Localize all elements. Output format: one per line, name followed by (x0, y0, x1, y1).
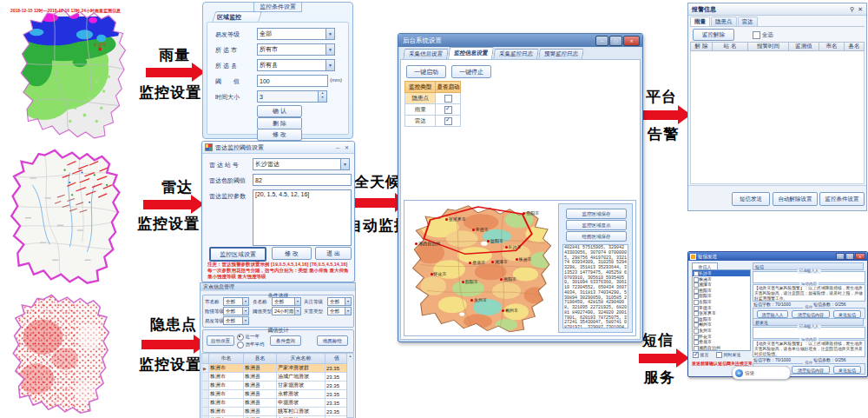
monitor-row-radar[interactable]: 雷达 (405, 116, 461, 127)
sms-content-text[interactable]: 【地质灾害气象风险预警】：以上区域降雨持续，发生地质灾害风险较高，请各单位做好巡… (753, 341, 865, 358)
recipient-item[interactable]: 郴州市 (693, 322, 750, 328)
chevron-down-icon[interactable]: ▼ (326, 60, 334, 70)
time-size-spinner[interactable]: 3 (257, 90, 321, 103)
send-sms-button[interactable]: 发送短信 (833, 310, 861, 318)
show-region-button[interactable]: 监控区域显示 (566, 220, 627, 230)
monitor-area-settings-button[interactable]: 监控区域设置 (209, 247, 266, 262)
monitor-row-rain[interactable]: 雨量 (405, 104, 461, 116)
filter-threshold-type-select[interactable]: 24小时雨量▼ (272, 307, 301, 315)
clear-content-button[interactable]: 清空短信内容 (792, 366, 830, 374)
tab-collect-settings[interactable]: 采集信息设置 (403, 49, 449, 59)
chevron-down-icon[interactable]: ▼ (326, 29, 334, 39)
county-select[interactable]: 所有县 ▼ (257, 59, 335, 71)
close-icon[interactable]: ✕ (858, 6, 863, 13)
close-icon[interactable]: ✕ (623, 36, 640, 46)
monitor-row-hazard[interactable]: 隐患点 (405, 93, 461, 104)
send-sms-button[interactable]: 发送短信 (833, 366, 861, 374)
sms-content-text[interactable]: 【地质灾害气象风险预警】：以上区域降雨持续，发生地质灾害风险较高，请注意防范；如… (753, 285, 865, 302)
minimize-icon[interactable]: ─ (836, 253, 845, 260)
recipient-item[interactable]: 娄底市 (693, 339, 750, 345)
flow-arrow-rain (146, 63, 205, 82)
table-scrollbar[interactable]: ▲ (346, 353, 354, 418)
modify-button[interactable]: 修 改 (272, 247, 312, 260)
release-monitor-button[interactable]: 监控解除 (693, 29, 734, 41)
radio-average[interactable]: 历年平均 (237, 342, 265, 348)
radar-params-textarea[interactable]: [20, 1.5, 4.5, 12, 16] (253, 189, 352, 246)
query-button[interactable]: 条件查询 (270, 335, 301, 346)
color-threshold-input[interactable]: 82 (253, 174, 352, 186)
clear-recipients-button[interactable]: 清空输入人 (757, 310, 788, 318)
recipient-item[interactable]: 益阳市 (693, 316, 750, 322)
hazard-table-row[interactable]: 株洲市株洲县油城广地滑坡23.35 (202, 373, 349, 382)
exit-button[interactable]: 退 出 (315, 247, 352, 260)
region-coordinates-text[interactable]: 402841 57515905, 329042 43303056, 307074… (562, 244, 628, 328)
tab-collect-log[interactable]: 采集监控日志 (493, 49, 539, 59)
hazard-table-row[interactable]: 株洲市株洲县甘家塘滑坡23.35 (202, 382, 349, 390)
draw-region-button[interactable]: 绘图区域保存 (566, 231, 627, 242)
filter-susceptibility-select[interactable]: 全部▼ (223, 316, 249, 325)
simultaneous-checkbox[interactable]: 同时发送 (716, 352, 740, 358)
recipient-item[interactable]: 衡阳市 (693, 288, 750, 294)
recipient-item[interactable]: 湘西自治州 (693, 345, 750, 351)
recipient-item[interactable]: 常德市 (693, 305, 750, 311)
recipient-item[interactable]: 湘潭市 (693, 282, 750, 288)
checkbox-icon[interactable] (444, 95, 452, 103)
map-plot-button[interactable]: 地图标绘 (317, 335, 348, 346)
recipient-item[interactable]: 岳阳市 (693, 299, 750, 305)
monitor-condition-settings-button[interactable]: 监控条件设置 (819, 192, 865, 206)
stop-all-button[interactable]: 一键停止 (451, 65, 491, 78)
recipient-item[interactable]: 株洲市 (693, 276, 750, 282)
filter-attention-select[interactable]: 全部▼ (327, 297, 352, 306)
delete-button[interactable]: 删 除 (257, 117, 302, 129)
save-region-button[interactable]: 监控区域保存 (566, 209, 627, 219)
tab-monitor-settings[interactable]: 监控信息设置 (448, 47, 494, 59)
send-sms-button[interactable]: 短信发送 (732, 192, 770, 206)
minimize-icon[interactable]: ─ (595, 36, 608, 46)
chevron-down-icon[interactable]: ▼ (340, 159, 349, 169)
tab-radar[interactable]: 雷达 (738, 17, 758, 26)
start-all-button[interactable]: 一键启动 (406, 65, 446, 78)
filter-disaster-select[interactable]: 全部▼ (327, 307, 352, 315)
leave-message-checkbox[interactable]: 留言 (693, 352, 708, 358)
clear-content-button[interactable]: 清空短信内容 (792, 310, 830, 318)
filter-danger-select[interactable]: 全部▼ (223, 307, 249, 315)
threshold-input[interactable]: 100 (257, 75, 328, 87)
filter-county-select[interactable]: 全部▼ (272, 297, 301, 306)
auto-set-button[interactable]: 自动设置 (207, 335, 234, 346)
checkbox-icon[interactable] (444, 106, 452, 114)
radar-station-select[interactable]: 长沙雷达 ▼ (253, 158, 350, 170)
hazard-table-row[interactable]: 株洲市株洲县中塘滑坡23.35 (202, 399, 349, 408)
tab-rain[interactable]: 雨量 (690, 17, 710, 26)
checkbox-icon[interactable] (444, 117, 452, 125)
confirm-button[interactable]: 确 认 (257, 105, 302, 117)
maximize-icon[interactable]: ▢ (609, 36, 622, 46)
hazard-table-row[interactable]: ▶ 株洲市株洲县严家冲滑坡群23.35 (202, 364, 349, 373)
tab-warning-log[interactable]: 预警监控日志 (538, 49, 584, 59)
recipients-list[interactable]: 长沙市株洲市湘潭市衡阳市邵阳市岳阳市常德市张家界市益阳市郴州市永州市怀化市娄底市… (692, 269, 751, 351)
tab-hazard-point[interactable]: 隐患点 (711, 17, 737, 26)
recipient-item[interactable]: 张家界市 (693, 310, 750, 316)
sms-content-box[interactable]: 短信内容 【地质灾害气象风险预警】：以上区域降雨持续，发生地质灾害风险较高，请注… (753, 284, 865, 302)
city-select[interactable]: 所有市 ▼ (257, 43, 335, 56)
maximize-icon[interactable]: ▢ (845, 253, 854, 260)
chevron-down-icon[interactable]: ▼ (326, 44, 334, 55)
modify-button[interactable]: 修 改 (257, 129, 302, 141)
level-select[interactable]: 全部 ▼ (257, 28, 335, 40)
pin-icon[interactable]: ⚲ (850, 6, 854, 13)
recipient-item[interactable]: 永州市 (693, 328, 750, 334)
recipient-item[interactable]: 怀化市 (693, 334, 750, 340)
recipient-item[interactable]: 邵阳市 (693, 293, 750, 299)
messenger-chip[interactable]: e 信使 (732, 366, 791, 380)
radio-year[interactable]: 近一年 (237, 334, 260, 341)
sms-content-box[interactable]: 短信内容 【地质灾害气象风险预警】：以上区域降雨持续，发生地质灾害风险较高，请各… (753, 340, 865, 357)
hazard-table-row[interactable]: 株洲市株洲县永桥滑坡23.35 (202, 390, 349, 399)
spinner-arrows[interactable]: ▲▼ (318, 90, 327, 103)
filter-city-select[interactable]: 全部▼ (223, 297, 249, 306)
recipient-item[interactable]: 长沙市 (693, 270, 750, 276)
auto-release-settings-button[interactable]: 自动解除设置 (773, 192, 818, 206)
close-icon[interactable]: ✕ (855, 253, 865, 260)
window-controls[interactable]: ─ ✕ (336, 144, 354, 150)
alarm-table-body[interactable] (690, 51, 865, 184)
hazard-table-row[interactable]: 株洲市株洲县姚军村口滑坡23.35 (202, 408, 349, 416)
select-all-checkbox[interactable]: 全选 (753, 31, 773, 39)
